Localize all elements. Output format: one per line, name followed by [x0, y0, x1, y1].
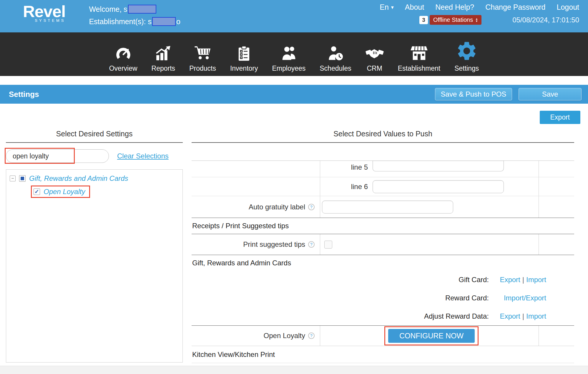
separator: | [520, 276, 526, 284]
establishment-text-suffix: o [176, 17, 180, 26]
people-icon [280, 42, 298, 62]
top-header: Revel SYSTEMS Welcome, s Establishment(s… [0, 0, 588, 32]
settings-title-bar: Settings Save & Push to POS Save [0, 85, 588, 104]
cart-icon [194, 42, 212, 62]
nav-item-label: Employees [272, 64, 306, 72]
nav-item-overview[interactable]: Overview [102, 42, 144, 72]
nav-item-settings[interactable]: Settings [447, 42, 486, 72]
line5-input[interactable] [373, 161, 504, 171]
tree-child-label[interactable]: Open Loyalty [44, 188, 85, 196]
offline-stations-badge[interactable]: Offline Stations ▲▼ [430, 15, 481, 25]
main-nav: Overview Reports Products Inventory Empl… [0, 32, 588, 76]
help-icon[interactable]: ? [308, 241, 315, 248]
tree-parent-row: − Gift, Rewards and Admin Cards [10, 174, 179, 183]
values-push-panel: Select Desired Values to Push line 5 lin… [192, 130, 574, 363]
logout-link[interactable]: Logout [557, 3, 579, 11]
reward-card-label: Reward Card: [192, 294, 489, 302]
main-content: Select Desired Settings Clear Selections… [0, 130, 588, 363]
row-open-loyalty: Open Loyalty ? CONFIGURE NOW [192, 325, 574, 346]
save-and-push-button[interactable]: Save & Push to POS [435, 88, 512, 100]
nav-item-label: Establishment [398, 64, 440, 72]
nav-item-reports[interactable]: Reports [144, 42, 182, 72]
logo-text: Revel [23, 4, 65, 19]
welcome-block: Welcome, s Establishment(s): s o [89, 0, 180, 28]
language-selector[interactable]: En ▾ [380, 3, 394, 11]
offline-count-badge: 3 [419, 16, 428, 24]
annotation-highlight: Open Loyalty [31, 186, 90, 198]
open-loyalty-checkbox[interactable] [34, 188, 40, 195]
adjust-reward-import-link[interactable]: Import [526, 312, 546, 320]
datetime-display: 05/08/2024, 17:01:50 [512, 16, 579, 24]
bottom-strip [0, 366, 588, 374]
section-gift-rewards-admin: Gift, Rewards and Admin Cards [192, 255, 574, 271]
nav-item-establishment[interactable]: Establishment [391, 42, 447, 72]
language-label: En [380, 3, 389, 11]
nav-item-schedules[interactable]: Schedules [313, 42, 358, 72]
line5-label: line 5 [322, 161, 373, 171]
reward-card-import-export-link[interactable]: Import/Export [504, 294, 546, 302]
parent-checkbox[interactable] [19, 175, 26, 182]
redaction-box [152, 17, 176, 26]
nav-item-label: CRM [367, 64, 382, 72]
gift-card-import-link[interactable]: Import [526, 276, 546, 284]
revel-backoffice-page: Revel SYSTEMS Welcome, s Establishment(s… [0, 0, 588, 374]
section-kitchen-view-print: Kitchen View/Kitchen Print [192, 346, 574, 363]
gift-card-label: Gift Card: [192, 276, 489, 284]
gift-card-export-link[interactable]: Export [500, 276, 520, 284]
row-line6: line 6 [192, 177, 574, 196]
settings-search-input[interactable] [6, 149, 109, 163]
nav-item-inventory[interactable]: Inventory [223, 42, 265, 72]
status-row: 3 Offline Stations ▲▼ 05/08/2024, 17:01:… [419, 15, 579, 25]
spacer-cell [539, 234, 574, 255]
about-link[interactable]: About [405, 3, 424, 11]
adjust-reward-data-row: Adjust Reward Data: Export|Import [192, 307, 574, 325]
redaction-box [128, 5, 156, 14]
spacer-cell [539, 326, 574, 346]
section-receipts-print-tips: Receipts / Print Suggested tips [192, 218, 574, 234]
bar-chart-icon [155, 42, 172, 62]
establishment-text: Establishment(s): s [89, 17, 152, 26]
row-auto-gratuity: Auto gratuity label ? [192, 196, 574, 218]
left-panel-title: Select Desired Settings [6, 130, 183, 143]
nav-item-label: Reports [152, 64, 175, 72]
welcome-text: Welcome, s [89, 5, 127, 14]
print-tips-checkbox[interactable] [324, 241, 332, 249]
nav-item-employees[interactable]: Employees [265, 42, 313, 72]
change-password-link[interactable]: Change Password [485, 3, 545, 11]
help-icon[interactable]: ? [308, 204, 315, 210]
configure-now-button[interactable]: CONFIGURE NOW [388, 329, 475, 343]
settings-values-table: line 5 line 6 Auto gratuity label [192, 160, 574, 363]
save-button[interactable]: Save [519, 88, 582, 100]
chevron-down-icon: ▾ [391, 4, 394, 11]
settings-search-row: Clear Selections [6, 149, 183, 163]
need-help-link[interactable]: Need Help? [435, 3, 474, 11]
nav-item-label: Inventory [230, 64, 258, 72]
help-icon[interactable]: ? [308, 332, 315, 339]
revel-logo[interactable]: Revel SYSTEMS [0, 0, 65, 23]
spacer-cell [539, 161, 574, 177]
spacer-cell [539, 196, 574, 218]
sort-arrows-icon: ▲▼ [475, 18, 478, 22]
nav-item-label: Settings [454, 64, 479, 72]
handshake-icon [366, 42, 384, 62]
auto-gratuity-input[interactable] [322, 201, 453, 214]
nav-item-crm[interactable]: CRM [358, 42, 391, 72]
line6-input[interactable] [373, 180, 504, 193]
spacer-cell [539, 177, 574, 196]
nav-item-label: Products [189, 64, 216, 72]
tree-parent-label[interactable]: Gift, Rewards and Admin Cards [29, 174, 128, 183]
header-right: En ▾ About Need Help? Change Password Lo… [380, 3, 579, 25]
clear-selections-link[interactable]: Clear Selections [117, 152, 169, 160]
export-row: Export [0, 104, 588, 130]
nav-item-products[interactable]: Products [182, 42, 223, 72]
store-icon [410, 42, 428, 62]
export-button[interactable]: Export [540, 111, 580, 124]
reward-card-row: Reward Card: Import/Export [192, 289, 574, 307]
page-title: Settings [9, 90, 39, 99]
gift-card-row: Gift Card: Export|Import [192, 271, 574, 289]
gauge-icon [114, 42, 132, 62]
row-print-suggested-tips: Print suggested tips ? [192, 234, 574, 255]
adjust-reward-export-link[interactable]: Export [500, 312, 520, 320]
annotation-highlight: CONFIGURE NOW [384, 326, 479, 345]
collapse-icon[interactable]: − [10, 176, 16, 181]
